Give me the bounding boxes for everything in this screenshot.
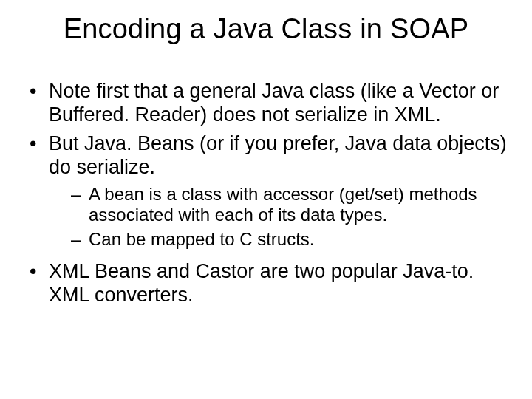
bullet-text: Can be mapped to C structs. — [89, 229, 314, 249]
bullet-text: XML Beans and Castor are two popular Jav… — [49, 260, 474, 306]
list-item: A bean is a class with accessor (get/set… — [71, 184, 507, 226]
bullet-list: Note first that a general Java class (li… — [25, 80, 507, 307]
list-item: But Java. Beans (or if you prefer, Java … — [25, 132, 507, 250]
bullet-text: But Java. Beans (or if you prefer, Java … — [49, 132, 507, 178]
list-item: Can be mapped to C structs. — [71, 229, 507, 250]
bullet-text: A bean is a class with accessor (get/set… — [89, 184, 477, 225]
slide: Encoding a Java Class in SOAP Note first… — [0, 0, 532, 399]
sub-bullet-list: A bean is a class with accessor (get/set… — [49, 184, 507, 250]
slide-title: Encoding a Java Class in SOAP — [25, 13, 507, 46]
bullet-text: Note first that a general Java class (li… — [49, 80, 499, 126]
list-item: Note first that a general Java class (li… — [25, 80, 507, 127]
list-item: XML Beans and Castor are two popular Jav… — [25, 260, 507, 307]
